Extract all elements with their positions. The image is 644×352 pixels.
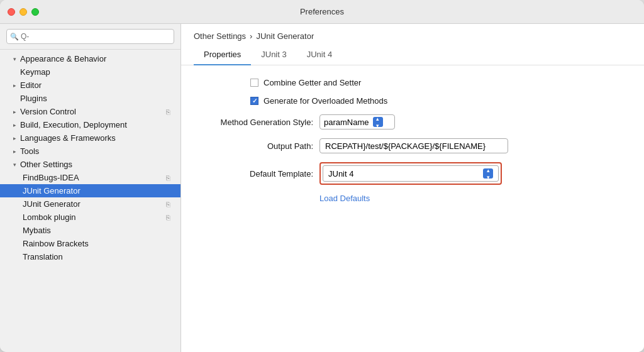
chevron-down-icon: ▾ <box>10 55 19 63</box>
search-box: 🔍 <box>0 24 180 50</box>
sidebar-item-label: Languages & Frameworks <box>20 133 116 143</box>
sidebar-item-build[interactable]: ▸ Build, Execution, Deployment <box>0 118 180 131</box>
generate-overloaded-checkbox[interactable] <box>250 97 258 105</box>
combine-getter-setter-label: Combine Getter and Setter <box>264 78 361 87</box>
tab-junit3[interactable]: JUnit 3 <box>251 46 296 65</box>
sidebar-item-label: Tools <box>20 146 39 156</box>
tabs-bar: Properties JUnit 3 JUnit 4 <box>181 46 644 65</box>
preferences-window: Preferences 🔍 ▾ Appearance & Behavior <box>0 0 644 352</box>
external-icon: ⎘ <box>166 201 170 208</box>
chevron-right-icon: ▸ <box>10 134 19 143</box>
combine-getter-setter-row: Combine Getter and Setter <box>200 78 625 87</box>
load-defaults-link[interactable]: Load Defaults <box>200 194 370 203</box>
output-path-row: Output Path: <box>200 138 625 153</box>
spacer <box>10 94 19 103</box>
sidebar-item-version-control[interactable]: ▸ Version Control ⎘ <box>0 105 180 118</box>
nav-section: ▾ Appearance & Behavior Keymap ▸ Editor … <box>0 50 180 266</box>
sidebar-item-label: Translation <box>23 252 63 261</box>
template-select-arrow-icon: ▴ ▾ <box>483 168 493 179</box>
default-template-label: Default Template: <box>200 169 313 179</box>
external-icon: ⎘ <box>166 214 170 221</box>
method-generation-style-label: Method Generation Style: <box>200 118 313 127</box>
sidebar-item-label: Other Settings <box>20 160 72 169</box>
select-value: paramName <box>324 118 369 127</box>
sidebar-item-findbugs[interactable]: FindBugs-IDEA ⎘ <box>0 171 180 184</box>
sidebar-item-appearance[interactable]: ▾ Appearance & Behavior <box>0 52 180 65</box>
select-arrow-icon: ▴ ▾ <box>373 117 383 127</box>
generate-overloaded-row: Generate for Overloaded Methods <box>200 96 625 106</box>
spacer <box>10 68 19 77</box>
sidebar-item-lombok[interactable]: Lombok plugin ⎘ <box>0 211 180 224</box>
minimize-button[interactable] <box>19 8 27 16</box>
sidebar-item-mybatis[interactable]: Mybatis <box>0 224 180 237</box>
sidebar-item-editor[interactable]: ▸ Editor <box>0 79 180 92</box>
external-icon: ⎘ <box>166 108 170 116</box>
sidebar-item-label: Keymap <box>20 67 50 77</box>
chevron-right-icon: ▸ <box>10 121 19 129</box>
breadcrumb-separator: › <box>250 31 252 41</box>
breadcrumb: Other Settings › JUnit Generator <box>181 24 644 46</box>
sidebar-item-plugins[interactable]: Plugins <box>0 92 180 105</box>
sidebar-item-other-settings[interactable]: ▾ Other Settings <box>0 158 180 171</box>
generate-overloaded-label: Generate for Overloaded Methods <box>264 96 387 106</box>
sidebar-item-label: Plugins <box>20 94 47 103</box>
sidebar: 🔍 ▾ Appearance & Behavior Keymap ▸ <box>0 24 181 352</box>
sidebar-item-keymap[interactable]: Keymap <box>0 65 180 79</box>
tab-junit4[interactable]: JUnit 4 <box>297 46 342 65</box>
sidebar-item-junit-generator-2[interactable]: JUnit Generator ⎘ <box>0 197 180 211</box>
sidebar-item-label: JUnit Generator <box>23 186 80 195</box>
search-wrapper: 🔍 <box>6 29 174 44</box>
sidebar-item-translation[interactable]: Translation <box>0 250 180 263</box>
sidebar-item-rainbow-brackets[interactable]: Rainbow Brackets <box>0 237 180 250</box>
method-generation-style-row: Method Generation Style: paramName ▴ ▾ <box>200 114 625 129</box>
method-generation-style-select[interactable]: paramName ▴ ▾ <box>319 114 395 129</box>
sidebar-item-label: Lombok plugin <box>23 212 76 222</box>
sidebar-item-label: Mybatis <box>23 226 51 235</box>
chevron-right-icon: ▸ <box>10 81 19 90</box>
breadcrumb-current: JUnit Generator <box>256 31 314 41</box>
default-template-select[interactable]: JUnit 4 ▴ ▾ <box>323 165 499 182</box>
tab-properties[interactable]: Properties <box>194 46 251 65</box>
window-title: Preferences <box>300 7 344 16</box>
main-panel: Other Settings › JUnit Generator Propert… <box>181 24 644 352</box>
sidebar-item-languages[interactable]: ▸ Languages & Frameworks <box>0 131 180 145</box>
main-layout: 🔍 ▾ Appearance & Behavior Keymap ▸ <box>0 24 644 352</box>
titlebar: Preferences <box>0 0 644 24</box>
default-template-row: Default Template: JUnit 4 ▴ ▾ <box>200 162 625 185</box>
sidebar-item-label: Version Control <box>20 107 76 116</box>
close-button[interactable] <box>8 8 15 16</box>
search-input[interactable] <box>6 29 174 44</box>
chevron-right-icon: ▸ <box>10 147 19 156</box>
breadcrumb-parent: Other Settings <box>194 31 246 41</box>
sidebar-item-junit-generator[interactable]: JUnit Generator <box>0 184 180 197</box>
external-icon: ⎘ <box>166 174 170 182</box>
search-icon: 🔍 <box>10 33 19 41</box>
sidebar-item-label: JUnit Generator <box>23 199 80 209</box>
sidebar-item-label: FindBugs-IDEA <box>23 173 79 182</box>
traffic-lights <box>8 8 39 16</box>
template-select-value: JUnit 4 <box>328 169 353 179</box>
load-defaults-row: Load Defaults <box>200 194 625 203</box>
sidebar-item-label: Editor <box>20 80 42 90</box>
output-path-input[interactable] <box>319 138 508 153</box>
sidebar-item-label: Rainbow Brackets <box>23 239 89 248</box>
sidebar-item-label: Build, Execution, Deployment <box>20 120 127 129</box>
output-path-label: Output Path: <box>200 141 313 151</box>
sidebar-item-label: Appearance & Behavior <box>20 54 106 63</box>
maximize-button[interactable] <box>31 8 39 16</box>
combine-getter-setter-checkbox[interactable] <box>250 79 258 87</box>
default-template-wrapper: JUnit 4 ▴ ▾ <box>319 162 502 185</box>
chevron-right-icon: ▸ <box>10 107 19 116</box>
settings-body: Combine Getter and Setter Generate for O… <box>181 65 644 216</box>
chevron-down-icon: ▾ <box>10 160 19 169</box>
sidebar-item-tools[interactable]: ▸ Tools <box>0 145 180 158</box>
